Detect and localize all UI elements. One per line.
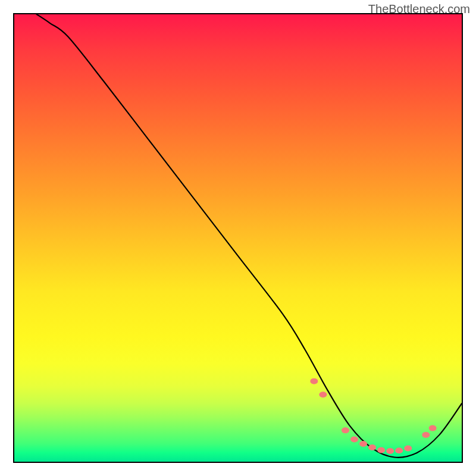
highlight-dot xyxy=(429,425,437,431)
highlight-dot xyxy=(422,432,430,438)
highlight-dot xyxy=(319,392,327,397)
highlight-dot xyxy=(342,427,349,433)
highlight-dot xyxy=(310,378,318,384)
highlight-dot xyxy=(386,448,394,454)
watermark-text: TheBottleneck.com xyxy=(368,2,470,16)
highlight-dot xyxy=(359,441,367,447)
chart-svg xyxy=(14,14,462,462)
highlight-dot xyxy=(404,445,412,451)
highlight-dots-group xyxy=(310,378,436,454)
bottleneck-curve-line xyxy=(37,14,462,458)
highlight-dot xyxy=(395,447,403,453)
chart-plot-area xyxy=(13,13,463,463)
highlight-dot xyxy=(350,436,358,442)
highlight-dot xyxy=(377,447,385,453)
highlight-dot xyxy=(368,444,376,450)
